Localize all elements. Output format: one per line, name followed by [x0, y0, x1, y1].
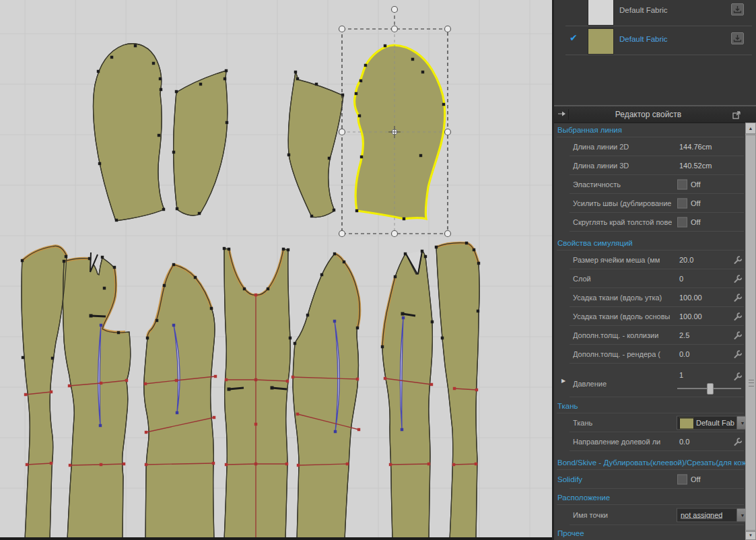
pattern-point[interactable]	[333, 252, 336, 255]
pattern-point[interactable]	[394, 275, 397, 278]
pattern-point[interactable]	[226, 121, 228, 124]
wrench-edit-button[interactable]	[733, 331, 743, 340]
pattern-point[interactable]	[198, 212, 201, 215]
internal-line-point[interactable]	[175, 379, 178, 382]
internal-line-point[interactable]	[50, 462, 53, 465]
pattern-piece-undersleeve-right[interactable]	[288, 72, 343, 217]
pattern-point[interactable]	[98, 162, 101, 165]
pattern-point[interactable]	[194, 276, 197, 279]
pattern-point[interactable]	[358, 114, 361, 117]
pattern-point[interactable]	[88, 257, 91, 260]
internal-line-point[interactable]	[68, 384, 71, 387]
field-value[interactable]: 100.00	[679, 294, 702, 302]
pattern-point[interactable]	[199, 83, 202, 86]
dart-point[interactable]	[334, 430, 337, 433]
field-value[interactable]: 0.0	[679, 438, 689, 446]
field-value[interactable]: 0.0	[679, 350, 689, 358]
pattern-point[interactable]	[63, 260, 65, 263]
checkbox[interactable]	[677, 475, 687, 485]
internal-line-point[interactable]	[285, 463, 288, 465]
internal-line-point[interactable]	[296, 413, 299, 415]
fabric-list-item[interactable]: Default Fabric	[554, 0, 756, 26]
pattern-point[interactable]	[267, 288, 269, 290]
dropdown-arrow-icon[interactable]: ▼	[736, 509, 745, 522]
internal-line-point[interactable]	[346, 463, 349, 465]
pattern-point[interactable]	[113, 266, 116, 269]
wrench-edit-button[interactable]	[733, 312, 743, 321]
pattern-point[interactable]	[103, 287, 106, 290]
pattern-point[interactable]	[296, 77, 299, 80]
internal-line-point[interactable]	[357, 428, 360, 431]
pattern-point[interactable]	[477, 262, 480, 265]
internal-line-point[interactable]	[254, 423, 257, 426]
internal-line-point[interactable]	[430, 383, 433, 386]
row-дополн-толщ-коллизии[interactable]: Дополн.толщ. - коллизии2.5	[554, 326, 745, 345]
wrench-edit-button[interactable]	[733, 274, 743, 283]
internal-line-point[interactable]	[214, 375, 217, 378]
fabric-swatch[interactable]	[588, 28, 614, 55]
pattern-point[interactable]	[310, 215, 313, 217]
pattern-point[interactable]	[134, 44, 137, 47]
internal-line-point[interactable]	[144, 382, 147, 385]
internal-line-point[interactable]	[475, 389, 478, 391]
scrollbar[interactable]: ▲ ▼	[745, 123, 756, 540]
dart-point[interactable]	[333, 320, 336, 323]
pattern-point[interactable]	[175, 90, 178, 93]
pattern-point[interactable]	[172, 151, 175, 154]
internal-line-point[interactable]	[291, 376, 294, 378]
pattern-point[interactable]	[163, 284, 166, 287]
wrench-edit-button[interactable]	[733, 437, 743, 446]
pattern-point[interactable]	[294, 71, 297, 73]
pattern-point[interactable]	[477, 310, 479, 312]
pattern-point[interactable]	[465, 242, 468, 244]
pattern-point[interactable]	[110, 56, 113, 59]
row-имя-точки[interactable]: Имя точкиnot assigned▼	[554, 505, 745, 525]
fabric-name[interactable]: Default Fabric	[619, 35, 668, 43]
internal-line-point[interactable]	[26, 463, 28, 466]
row-направление-долевой-ли[interactable]: Направление долевой ли0.0	[554, 432, 745, 451]
pattern-point[interactable]	[158, 134, 160, 137]
checkbox[interactable]	[677, 217, 687, 228]
pattern-piece-sleeve-left[interactable]	[93, 44, 164, 221]
dart-point[interactable]	[100, 324, 102, 327]
internal-line-point[interactable]	[452, 463, 455, 466]
pattern-svg[interactable]	[0, 0, 552, 540]
pattern-point[interactable]	[117, 331, 120, 334]
internal-line-point[interactable]	[427, 463, 430, 465]
dart-point[interactable]	[99, 424, 102, 427]
pattern-point[interactable]	[159, 77, 162, 80]
pattern-point[interactable]	[403, 217, 405, 220]
internal-line-point[interactable]	[69, 464, 71, 467]
pattern-point[interactable]	[243, 288, 246, 290]
pattern-point[interactable]	[156, 319, 158, 322]
wrench-edit-button[interactable]	[733, 293, 743, 302]
internal-line-point[interactable]	[225, 463, 228, 466]
point-name-dropdown[interactable]: not assigned▼	[677, 508, 745, 522]
dropdown-arrow-icon[interactable]: ▼	[736, 417, 745, 430]
pattern-point[interactable]	[228, 248, 230, 250]
wrench-edit-button[interactable]	[733, 349, 743, 359]
internal-line-point[interactable]	[389, 463, 392, 466]
pattern-point[interactable]	[176, 207, 178, 210]
scroll-down-button[interactable]: ▼	[745, 531, 756, 540]
pattern-point[interactable]	[421, 71, 424, 73]
pattern-piece-bodice-front-center-left[interactable]	[144, 265, 215, 540]
pattern-point[interactable]	[224, 77, 226, 80]
internal-line-point[interactable]	[453, 387, 456, 390]
row-эластичность[interactable]: ЭластичностьOff	[554, 175, 745, 194]
pattern-point[interactable]	[160, 88, 162, 91]
fabric-list-item[interactable]: ✔Default Fabric	[554, 26, 756, 55]
pattern-point[interactable]	[210, 307, 213, 310]
pattern-point[interactable]	[223, 247, 226, 250]
internal-line-point[interactable]	[100, 463, 102, 466]
pattern-point[interactable]	[115, 219, 118, 222]
internal-line-point[interactable]	[475, 463, 477, 465]
pattern-point[interactable]	[287, 154, 290, 156]
pattern-point[interactable]	[441, 337, 444, 339]
scrollbar-thumb[interactable]	[745, 135, 756, 531]
pattern-point[interactable]	[419, 154, 422, 157]
pattern-point[interactable]	[162, 208, 165, 211]
pattern-point[interactable]	[22, 356, 24, 359]
pattern-point[interactable]	[328, 157, 331, 160]
dart-point[interactable]	[176, 411, 178, 414]
